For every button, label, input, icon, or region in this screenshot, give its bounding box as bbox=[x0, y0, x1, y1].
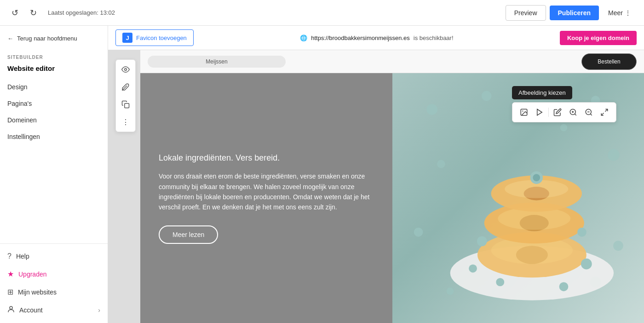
visibility-toggle-button[interactable] bbox=[118, 62, 133, 77]
websites-icon: ⊞ bbox=[7, 288, 13, 296]
sidebar-my-websites-button[interactable]: ⊞ Mijn websites bbox=[0, 283, 108, 301]
top-toolbar: ↺ ↻ Laatst opgeslagen: 13:02 Preview Pub… bbox=[0, 0, 644, 26]
svg-point-27 bbox=[477, 236, 487, 246]
sidebar-top: ← Terug naar hoofdmenu bbox=[0, 26, 108, 51]
meer-lezen-button[interactable]: Meer lezen bbox=[159, 225, 218, 244]
domain-available-text: is beschikbaar! bbox=[414, 35, 454, 41]
domain-info: 🌐 https://broodbakkersimonmeijssen.es is… bbox=[300, 35, 453, 41]
svg-point-34 bbox=[522, 110, 523, 111]
svg-point-6 bbox=[560, 124, 567, 132]
preview-button[interactable]: Preview bbox=[506, 5, 546, 21]
editor-area: J Favicon toevoegen 🌐 https://broodbakke… bbox=[108, 26, 644, 323]
help-icon: ? bbox=[7, 252, 12, 260]
svg-point-28 bbox=[577, 228, 586, 237]
undo-button[interactable]: ↺ bbox=[7, 6, 22, 20]
canvas-wrapper: ⋮ Meijssen Bestellen bbox=[108, 50, 644, 323]
left-floating-toolbar: ⋮ bbox=[115, 59, 136, 132]
sidebar-item-label: Domeinen bbox=[7, 116, 37, 124]
account-person-icon bbox=[7, 306, 15, 315]
browser-address: Meijssen bbox=[148, 56, 286, 68]
sidebar-bottom: ? Help ★ Upgraden ⊞ Mijn websites Accoun… bbox=[0, 243, 108, 323]
favicon-bar: J Favicon toevoegen 🌐 https://broodbakke… bbox=[108, 26, 644, 50]
redo-button[interactable]: ↻ bbox=[26, 6, 40, 20]
sidebar: ← Terug naar hoofdmenu SITEBUILDER Websi… bbox=[0, 26, 108, 323]
publish-button[interactable]: Publiceren bbox=[550, 6, 599, 20]
svg-point-32 bbox=[496, 278, 504, 286]
svg-point-26 bbox=[533, 174, 540, 181]
svg-point-8 bbox=[481, 91, 491, 101]
globe-icon: 🌐 bbox=[300, 35, 307, 41]
canvas-heading: Lokale ingrediënten. Vers bereid. bbox=[159, 152, 374, 164]
zoom-out-button[interactable] bbox=[581, 104, 597, 120]
toolbar-left: ↺ ↻ Laatst opgeslagen: 13:02 bbox=[7, 6, 502, 20]
sidebar-item-pages[interactable]: Pagina's bbox=[0, 95, 108, 112]
svg-point-10 bbox=[414, 228, 423, 237]
main-layout: ← Terug naar hoofdmenu SITEBUILDER Websi… bbox=[0, 26, 644, 323]
account-label: Account bbox=[19, 306, 43, 314]
sidebar-help-button[interactable]: ? Help bbox=[0, 248, 108, 265]
svg-line-44 bbox=[601, 113, 604, 115]
back-arrow-icon: ← bbox=[7, 35, 13, 42]
svg-point-11 bbox=[613, 241, 623, 251]
insert-video-button[interactable] bbox=[532, 104, 547, 120]
save-status: Laatst opgeslagen: 13:02 bbox=[48, 9, 115, 16]
toolbar-right: Preview Publiceren Meer ⋮ bbox=[506, 5, 637, 21]
back-button[interactable]: ← Terug naar hoofdmenu bbox=[7, 33, 100, 47]
more-options-button[interactable]: ⋮ bbox=[118, 114, 133, 130]
favicon-j-icon: J bbox=[122, 33, 132, 43]
toolbar-divider bbox=[548, 108, 549, 117]
upgrade-star-icon: ★ bbox=[7, 270, 14, 278]
sidebar-item-settings[interactable]: Instellingen bbox=[0, 128, 108, 145]
sidebar-item-domains[interactable]: Domeinen bbox=[0, 112, 108, 128]
account-arrow-icon: › bbox=[98, 306, 100, 314]
browser-bar: Meijssen Bestellen bbox=[140, 50, 644, 73]
sidebar-upgrade-button[interactable]: ★ Upgraden bbox=[0, 265, 108, 283]
meer-icon: ⋮ bbox=[625, 9, 631, 17]
sidebar-section-label: SITEBUILDER bbox=[0, 51, 108, 62]
svg-point-14 bbox=[446, 288, 454, 295]
svg-line-37 bbox=[575, 114, 576, 115]
upgrade-label: Upgraden bbox=[18, 271, 47, 278]
svg-point-0 bbox=[10, 306, 12, 309]
canvas-text-panel: Lokale ingrediënten. Vers bereid. Voor o… bbox=[140, 73, 392, 323]
image-tooltip: Afbeelding kiezen bbox=[512, 86, 572, 99]
canvas-body: Voor ons draait eten erom de beste ingre… bbox=[159, 171, 374, 213]
favicon-add-button[interactable]: J Favicon toevoegen bbox=[115, 29, 194, 46]
svg-rect-3 bbox=[125, 104, 129, 108]
style-button[interactable] bbox=[118, 79, 133, 95]
meer-label: Meer bbox=[608, 9, 623, 17]
zoom-in-button[interactable] bbox=[565, 104, 581, 120]
sidebar-nav: Design Pagina's Domeinen Instellingen bbox=[0, 79, 108, 243]
svg-point-4 bbox=[426, 104, 437, 115]
help-label: Help bbox=[16, 253, 29, 260]
sidebar-item-label: Instellingen bbox=[7, 133, 40, 140]
sidebar-item-label: Design bbox=[7, 83, 28, 91]
svg-point-30 bbox=[581, 259, 592, 270]
insert-image-button[interactable] bbox=[516, 104, 532, 120]
sidebar-item-design[interactable]: Design bbox=[0, 79, 108, 95]
sidebar-item-label: Pagina's bbox=[7, 100, 32, 107]
fullscreen-button[interactable] bbox=[597, 104, 612, 120]
domain-url: https://broodbakkersimonmeijssen.es bbox=[311, 35, 410, 41]
svg-point-31 bbox=[559, 282, 568, 291]
nav-button-text: Bestellen bbox=[598, 58, 620, 65]
image-toolbar-wrapper: Afbeelding kiezen bbox=[512, 86, 616, 122]
svg-marker-35 bbox=[537, 109, 542, 115]
meer-button[interactable]: Meer ⋮ bbox=[603, 6, 637, 20]
buy-domain-button[interactable]: Koop je eigen domein bbox=[560, 31, 637, 45]
image-toolbar bbox=[512, 102, 616, 122]
canvas-image-panel[interactable]: Afbeelding kiezen bbox=[392, 73, 644, 323]
svg-point-7 bbox=[437, 160, 445, 168]
edit-image-button[interactable] bbox=[550, 104, 565, 120]
svg-line-41 bbox=[590, 114, 592, 115]
svg-line-2 bbox=[122, 86, 127, 91]
back-label: Terug naar hoofdmenu bbox=[17, 35, 77, 42]
canvas-content: Lokale ingrediënten. Vers bereid. Voor o… bbox=[140, 73, 644, 323]
sidebar-account-button[interactable]: Account › bbox=[0, 301, 108, 319]
favicon-btn-label: Favicon toevoegen bbox=[136, 35, 187, 41]
svg-point-29 bbox=[469, 265, 477, 273]
my-websites-label: Mijn websites bbox=[18, 288, 57, 296]
svg-point-9 bbox=[608, 149, 620, 161]
svg-line-43 bbox=[605, 109, 608, 111]
duplicate-button[interactable] bbox=[118, 97, 133, 112]
